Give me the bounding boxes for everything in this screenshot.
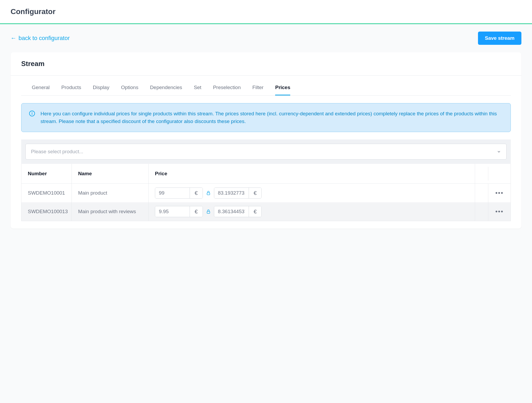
cell-number: SWDEMO100013 <box>21 202 72 221</box>
gross-price-input[interactable] <box>155 206 190 217</box>
tab-preselection[interactable]: Preselection <box>213 85 241 95</box>
th-number: Number <box>21 164 72 183</box>
gross-price-group: € <box>155 206 203 217</box>
tab-dependencies[interactable]: Dependencies <box>150 85 182 95</box>
th-actions <box>488 167 511 181</box>
actions-bar: ← back to configurator Save stream <box>0 24 532 45</box>
page-title: Configurator <box>11 7 521 16</box>
info-icon <box>29 110 35 117</box>
currency-label: € <box>249 188 262 198</box>
save-stream-button[interactable]: Save stream <box>478 32 521 45</box>
tab-display[interactable]: Display <box>93 85 109 95</box>
row-actions-button[interactable]: ••• <box>488 202 511 221</box>
svg-rect-3 <box>207 193 210 195</box>
currency-label: € <box>190 206 203 217</box>
info-box: Here you can configure individual prices… <box>21 103 511 132</box>
cell-spacer <box>475 202 488 221</box>
table-body: SWDEMO10001 Main product € <box>21 184 511 221</box>
cell-number: SWDEMO10001 <box>21 184 72 202</box>
net-price-input[interactable] <box>214 188 249 198</box>
th-spacer <box>475 167 488 181</box>
more-icon: ••• <box>495 189 503 197</box>
lock-icon[interactable] <box>205 209 211 214</box>
cell-price: € € <box>149 184 475 202</box>
currency-label: € <box>249 206 262 217</box>
tab-general[interactable]: General <box>32 85 50 95</box>
card-title: Stream <box>21 60 511 68</box>
th-price: Price <box>149 164 475 183</box>
cell-name: Main product <box>72 184 149 202</box>
tab-options[interactable]: Options <box>121 85 138 95</box>
th-name: Name <box>72 164 149 183</box>
tabs: General Products Display Options Depende… <box>21 76 511 96</box>
arrow-left-icon: ← <box>11 35 16 42</box>
card-header: Stream <box>11 52 521 76</box>
chevron-down-icon <box>497 150 501 154</box>
info-text: Here you can configure individual prices… <box>41 110 503 125</box>
stream-card: Stream General Products Display Options … <box>11 52 521 229</box>
cell-spacer <box>475 184 488 202</box>
row-actions-button[interactable]: ••• <box>488 184 511 202</box>
cell-name: Main product with reviews <box>72 202 149 221</box>
cell-price: € € <box>149 202 475 221</box>
tab-set[interactable]: Set <box>194 85 202 95</box>
table-header-row: Number Name Price <box>21 164 511 184</box>
net-price-input[interactable] <box>214 206 249 217</box>
svg-point-2 <box>32 112 32 112</box>
tab-products[interactable]: Products <box>61 85 81 95</box>
net-price-group: € <box>214 187 262 199</box>
tab-filter[interactable]: Filter <box>252 85 263 95</box>
product-select-placeholder: Please select product... <box>31 149 83 155</box>
more-icon: ••• <box>495 208 503 215</box>
table-row: SWDEMO100013 Main product with reviews € <box>21 202 511 221</box>
lock-icon[interactable] <box>205 191 211 195</box>
gross-price-group: € <box>155 187 203 199</box>
prices-table: Number Name Price SWDEMO10001 Main produ… <box>21 164 511 221</box>
net-price-group: € <box>214 206 262 217</box>
page-header: Configurator <box>0 0 532 24</box>
back-to-configurator-link[interactable]: ← back to configurator <box>11 35 70 42</box>
back-link-label: back to configurator <box>19 35 70 42</box>
gross-price-input[interactable] <box>155 188 190 198</box>
product-select[interactable]: Please select product... <box>25 144 507 160</box>
currency-label: € <box>190 188 203 198</box>
tab-prices[interactable]: Prices <box>275 85 290 95</box>
svg-rect-4 <box>207 211 210 213</box>
product-select-bar: Please select product... <box>21 139 511 164</box>
table-row: SWDEMO10001 Main product € <box>21 184 511 202</box>
